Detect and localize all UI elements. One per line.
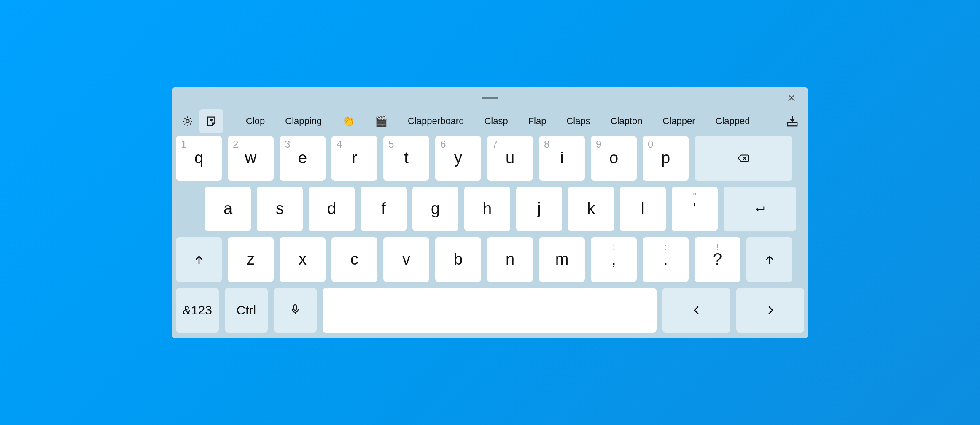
- key-v[interactable]: v: [383, 237, 429, 282]
- key-g[interactable]: g: [412, 187, 458, 231]
- key-k[interactable]: k: [568, 187, 614, 231]
- key-d[interactable]: d: [309, 187, 355, 231]
- suggestion-list: Clop Clapping 👏 🎬 Clapperboard Clasp Fla…: [223, 113, 781, 130]
- key-question[interactable]: !?: [695, 237, 740, 282]
- key-row-3: z x c v b n m ;, :. !?: [176, 237, 804, 282]
- row2-offset: [176, 187, 199, 231]
- key-h[interactable]: h: [464, 187, 510, 231]
- key-y[interactable]: 6y: [435, 136, 481, 181]
- microphone-icon: [289, 304, 302, 317]
- touch-keyboard: Clop Clapping 👏 🎬 Clapperboard Clasp Fla…: [172, 87, 808, 338]
- suggestion-item[interactable]: 👏: [332, 113, 365, 130]
- key-c[interactable]: c: [331, 237, 377, 282]
- enter-icon: [754, 203, 766, 215]
- sticker-heart-icon: [205, 115, 217, 127]
- key-arrow-left[interactable]: [662, 288, 730, 333]
- suggestion-item[interactable]: 🎬: [365, 113, 398, 130]
- key-period[interactable]: :.: [643, 237, 689, 282]
- key-b[interactable]: b: [435, 237, 481, 282]
- suggestion-item[interactable]: Clapping: [275, 113, 332, 129]
- key-q[interactable]: 1q: [176, 136, 222, 181]
- key-z[interactable]: z: [228, 237, 274, 282]
- key-row-4: &123 Ctrl: [176, 288, 804, 333]
- key-shift-right[interactable]: [746, 237, 792, 282]
- key-p[interactable]: 0p: [643, 136, 689, 181]
- key-comma[interactable]: ;,: [591, 237, 637, 282]
- key-row-2: a s d f g h j k l "': [176, 187, 804, 231]
- key-a[interactable]: a: [205, 187, 251, 231]
- key-w[interactable]: 2w: [228, 136, 274, 181]
- gear-icon: [182, 115, 194, 127]
- key-enter[interactable]: [724, 187, 796, 231]
- key-s[interactable]: s: [257, 187, 303, 231]
- key-m[interactable]: m: [539, 237, 585, 282]
- key-j[interactable]: j: [516, 187, 562, 231]
- key-space[interactable]: [323, 288, 657, 333]
- key-microphone[interactable]: [274, 288, 317, 333]
- suggestion-item[interactable]: Clapper: [653, 113, 705, 129]
- suggestion-item[interactable]: Clasp: [474, 113, 518, 129]
- dock-keyboard-button[interactable]: [781, 109, 804, 133]
- chevron-left-icon: [690, 304, 703, 317]
- key-e[interactable]: 3e: [280, 136, 326, 181]
- key-apostrophe[interactable]: "': [672, 187, 718, 231]
- key-grid: 1q 2w 3e 4r 5t 6y 7u 8i 9o 0p a s d f g: [172, 133, 808, 333]
- key-backspace[interactable]: [695, 136, 792, 181]
- drag-grip[interactable]: [482, 97, 498, 99]
- key-t[interactable]: 5t: [383, 136, 429, 181]
- suggestion-item[interactable]: Claps: [556, 113, 600, 129]
- key-l[interactable]: l: [620, 187, 666, 231]
- svg-point-0: [186, 119, 189, 122]
- close-icon: [787, 94, 796, 102]
- svg-rect-2: [294, 305, 296, 310]
- key-r[interactable]: 4r: [331, 136, 377, 181]
- key-i[interactable]: 8i: [539, 136, 585, 181]
- svg-rect-1: [788, 122, 797, 126]
- key-o[interactable]: 9o: [591, 136, 637, 181]
- shift-up-icon: [193, 253, 205, 266]
- key-x[interactable]: x: [280, 237, 326, 282]
- chevron-right-icon: [764, 304, 777, 317]
- shift-up-icon: [763, 253, 776, 266]
- settings-button[interactable]: [176, 109, 199, 133]
- key-ctrl[interactable]: Ctrl: [225, 288, 268, 333]
- key-symbols[interactable]: &123: [176, 288, 219, 333]
- key-row-1: 1q 2w 3e 4r 5t 6y 7u 8i 9o 0p: [176, 136, 804, 181]
- gif-sticker-button[interactable]: [199, 109, 223, 133]
- suggestion-bar: Clop Clapping 👏 🎬 Clapperboard Clasp Fla…: [172, 109, 808, 133]
- suggestion-item[interactable]: Flap: [518, 113, 557, 129]
- suggestion-item[interactable]: Clop: [236, 113, 275, 129]
- dock-icon: [786, 115, 799, 127]
- key-shift-left[interactable]: [176, 237, 222, 282]
- key-u[interactable]: 7u: [487, 136, 533, 181]
- backspace-icon: [737, 152, 750, 165]
- key-n[interactable]: n: [487, 237, 533, 282]
- suggestion-item[interactable]: Clapton: [600, 113, 653, 129]
- key-arrow-right[interactable]: [736, 288, 804, 333]
- suggestion-item[interactable]: Clapped: [705, 113, 760, 129]
- key-f[interactable]: f: [361, 187, 407, 231]
- titlebar: [172, 87, 808, 109]
- suggestion-item[interactable]: Clapperboard: [398, 113, 474, 129]
- close-button[interactable]: [779, 87, 804, 109]
